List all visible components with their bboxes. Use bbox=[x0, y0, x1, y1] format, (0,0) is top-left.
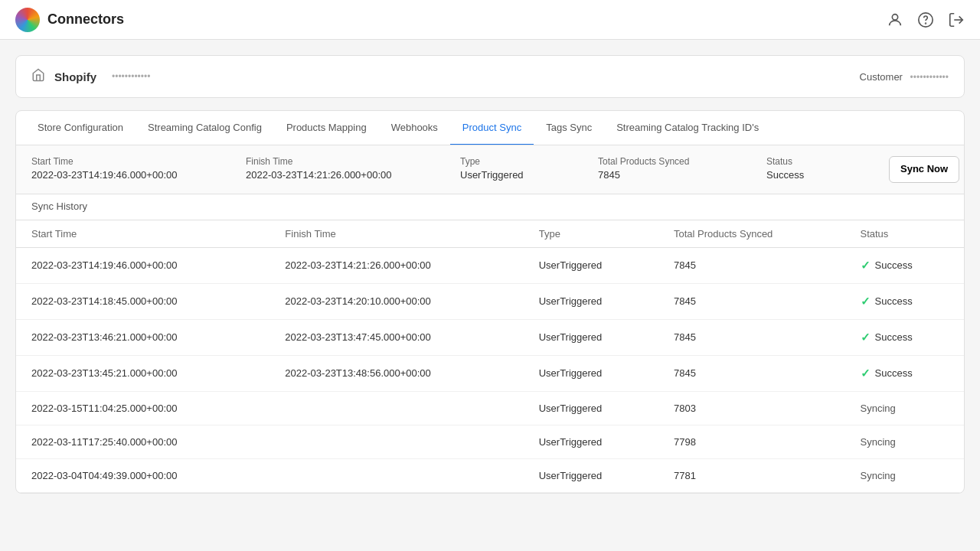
finish-time-value: 2022-03-23T14:21:26.000+00:00 bbox=[246, 169, 460, 181]
total-label: Total Products Synced bbox=[598, 156, 766, 167]
cell-status: Syncing bbox=[845, 458, 965, 492]
svg-point-0 bbox=[892, 14, 897, 19]
cell-type: UserTriggered bbox=[524, 283, 658, 319]
cell-status: ✓Success bbox=[845, 247, 965, 283]
customer-label: Customer bbox=[860, 71, 903, 83]
tab-tags-sync[interactable]: Tags Sync bbox=[534, 111, 604, 145]
tab-store-configuration[interactable]: Store Configuration bbox=[25, 111, 136, 145]
table-row: 2022-03-11T17:25:40.000+00:00UserTrigger… bbox=[16, 425, 964, 458]
cell-finish-time: 2022-03-23T13:47:45.000+00:00 bbox=[270, 319, 523, 355]
table-row: 2022-03-23T14:18:45.000+00:002022-03-23T… bbox=[16, 283, 964, 319]
tabs-card: Store Configuration Streaming Catalog Co… bbox=[15, 110, 965, 494]
status-text: Success bbox=[875, 259, 913, 271]
cell-status: ✓Success bbox=[845, 283, 965, 319]
cell-type: UserTriggered bbox=[524, 319, 658, 355]
cell-start-time: 2022-03-23T14:19:46.000+00:00 bbox=[16, 247, 270, 283]
cell-start-time: 2022-03-15T11:04:25.000+00:00 bbox=[16, 391, 270, 425]
shopify-left: Shopify •••••••••••• bbox=[31, 68, 150, 85]
home-icon bbox=[31, 68, 45, 85]
customer-info: Customer •••••••••••• bbox=[860, 71, 949, 83]
summary-start-time: Start Time 2022-03-23T14:19:46.000+00:00 bbox=[31, 156, 246, 181]
finish-time-label: Finish Time bbox=[246, 156, 460, 167]
cell-start-time: 2022-03-23T14:18:45.000+00:00 bbox=[16, 283, 270, 319]
col-total: Total Products Synced bbox=[658, 220, 845, 248]
cell-status: ✓Success bbox=[845, 355, 965, 391]
table-row: 2022-03-23T14:19:46.000+00:002022-03-23T… bbox=[16, 247, 964, 283]
check-icon: ✓ bbox=[861, 259, 871, 272]
cell-total: 7845 bbox=[658, 355, 845, 391]
app-title: Connectors bbox=[47, 11, 124, 28]
cell-type: UserTriggered bbox=[524, 355, 658, 391]
col-start-time: Start Time bbox=[16, 220, 270, 248]
cell-status: Syncing bbox=[845, 391, 965, 425]
main-content: Shopify •••••••••••• Customer ••••••••••… bbox=[0, 40, 980, 551]
cell-total: 7798 bbox=[658, 425, 845, 458]
col-finish-time: Finish Time bbox=[270, 220, 523, 248]
summary-total: Total Products Synced 7845 bbox=[598, 156, 766, 181]
summary-status: Status Success bbox=[766, 156, 889, 181]
summary-finish-time: Finish Time 2022-03-23T14:21:26.000+00:0… bbox=[246, 156, 460, 181]
status-text: Success bbox=[875, 295, 913, 307]
status-text: Success bbox=[875, 331, 913, 343]
status-label: Status bbox=[766, 156, 889, 167]
cell-status: Syncing bbox=[845, 425, 965, 458]
cell-start-time: 2022-03-11T17:25:40.000+00:00 bbox=[16, 425, 270, 458]
start-time-label: Start Time bbox=[31, 156, 246, 167]
cell-status: ✓Success bbox=[845, 319, 965, 355]
cell-start-time: 2022-03-23T13:45:21.000+00:00 bbox=[16, 355, 270, 391]
cell-finish-time: 2022-03-23T14:20:10.000+00:00 bbox=[270, 283, 523, 319]
sync-now-cell: Sync Now bbox=[889, 156, 965, 183]
col-type: Type bbox=[524, 220, 658, 248]
cell-finish-time: 2022-03-23T13:48:56.000+00:00 bbox=[270, 355, 523, 391]
tab-streaming-tracking[interactable]: Streaming Catalog Tracking ID's bbox=[604, 111, 771, 145]
cell-finish-time: 2022-03-23T14:21:26.000+00:00 bbox=[270, 247, 523, 283]
cell-finish-time bbox=[270, 425, 523, 458]
cell-total: 7781 bbox=[658, 458, 845, 492]
status-syncing: Syncing bbox=[861, 470, 896, 481]
type-label: Type bbox=[460, 156, 598, 167]
top-nav: Connectors bbox=[0, 0, 980, 40]
cell-total: 7845 bbox=[658, 319, 845, 355]
app-logo bbox=[15, 8, 40, 32]
status-value: Success bbox=[766, 169, 889, 181]
sync-history-table-container[interactable]: Start Time Finish Time Type Total Produc… bbox=[16, 220, 964, 493]
shopify-name: Shopify bbox=[54, 70, 96, 83]
cell-type: UserTriggered bbox=[524, 458, 658, 492]
shopify-card: Shopify •••••••••••• Customer ••••••••••… bbox=[15, 55, 965, 98]
sync-now-button[interactable]: Sync Now bbox=[889, 156, 959, 183]
col-status: Status bbox=[845, 220, 965, 248]
type-value: UserTriggered bbox=[460, 169, 598, 181]
status-success: ✓Success bbox=[861, 367, 949, 380]
table-body: 2022-03-23T14:19:46.000+00:002022-03-23T… bbox=[16, 247, 964, 492]
check-icon: ✓ bbox=[861, 331, 871, 344]
cell-total: 7803 bbox=[658, 391, 845, 425]
tabs-bar: Store Configuration Streaming Catalog Co… bbox=[16, 111, 964, 145]
status-text: Success bbox=[875, 367, 913, 379]
tab-products-mapping[interactable]: Products Mapping bbox=[274, 111, 379, 145]
sync-history-table: Start Time Finish Time Type Total Produc… bbox=[16, 220, 964, 493]
help-icon[interactable] bbox=[917, 11, 934, 28]
sync-history-label: Sync History bbox=[16, 194, 964, 220]
tab-product-sync[interactable]: Product Sync bbox=[450, 111, 534, 145]
summary-row: Start Time 2022-03-23T14:19:46.000+00:00… bbox=[16, 145, 964, 194]
cell-start-time: 2022-03-04T04:49:39.000+00:00 bbox=[16, 458, 270, 492]
status-success: ✓Success bbox=[861, 331, 949, 344]
table-row: 2022-03-23T13:46:21.000+00:002022-03-23T… bbox=[16, 319, 964, 355]
nav-left: Connectors bbox=[15, 8, 124, 32]
status-success: ✓Success bbox=[861, 295, 949, 308]
total-value: 7845 bbox=[598, 169, 766, 181]
tab-webhooks[interactable]: Webhooks bbox=[379, 111, 450, 145]
svg-point-2 bbox=[926, 23, 926, 24]
cell-type: UserTriggered bbox=[524, 391, 658, 425]
profile-icon[interactable] bbox=[887, 11, 903, 28]
logout-icon[interactable] bbox=[948, 11, 965, 28]
status-syncing: Syncing bbox=[861, 436, 896, 448]
table-row: 2022-03-04T04:49:39.000+00:00UserTrigger… bbox=[16, 458, 964, 492]
check-icon: ✓ bbox=[861, 367, 871, 380]
table-header: Start Time Finish Time Type Total Produc… bbox=[16, 220, 964, 248]
nav-right bbox=[887, 11, 965, 28]
tab-streaming-catalog-config[interactable]: Streaming Catalog Config bbox=[136, 111, 274, 145]
check-icon: ✓ bbox=[861, 295, 871, 308]
cell-finish-time bbox=[270, 458, 523, 492]
cell-finish-time bbox=[270, 391, 523, 425]
